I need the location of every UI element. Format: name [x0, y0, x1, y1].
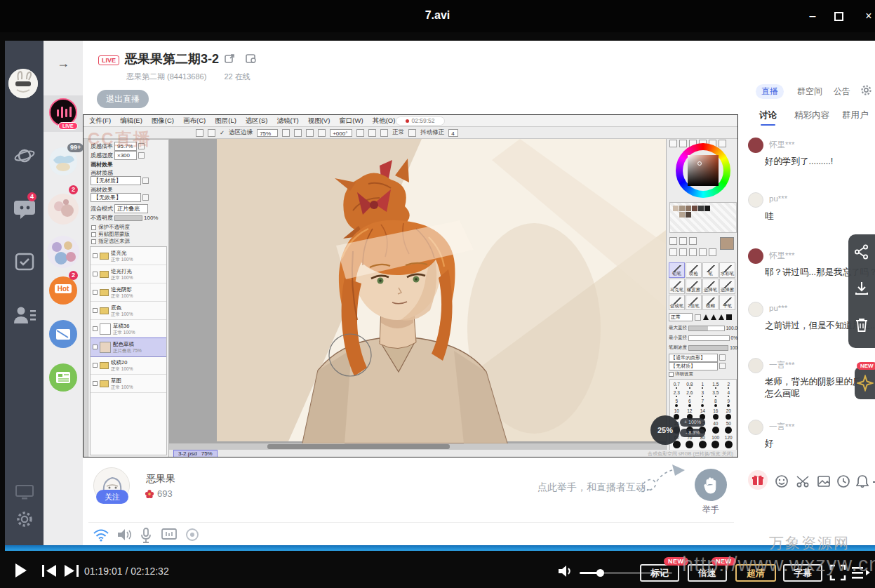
blend-dropdown[interactable]: 正片叠底 [114, 204, 148, 213]
detail-checkbox[interactable] [669, 372, 674, 377]
play-button[interactable] [15, 563, 27, 577]
image-icon[interactable] [817, 474, 831, 488]
menu-other[interactable]: 其他(O) [373, 116, 396, 126]
brush-size-cell[interactable]: 1 [696, 381, 709, 389]
saturation-value-picker[interactable] [688, 155, 719, 186]
menu-edit[interactable]: 编辑(E) [120, 116, 142, 126]
brush-cell[interactable]: 选择擦 [719, 279, 735, 294]
settings-gear-icon[interactable] [5, 509, 44, 532]
spin-icon[interactable] [142, 178, 149, 184]
trash-icon[interactable] [855, 317, 869, 333]
zoom-btn-icon[interactable] [294, 129, 302, 137]
record-icon[interactable] [185, 528, 199, 542]
menu-file[interactable]: 文件(F) [89, 116, 111, 126]
rotate-btn-icon[interactable] [368, 129, 376, 137]
subtab-members[interactable]: 群用户 [842, 109, 869, 121]
brush-texture-dropdown[interactable]: 【无材质】 [669, 362, 718, 370]
chat-settings-gear-icon[interactable] [860, 84, 872, 96]
conversation-avatar-mail[interactable] [49, 320, 77, 348]
brush-cell[interactable]: 平笔 [719, 295, 735, 310]
tab-announcement[interactable]: 公告 [834, 86, 850, 98]
screen-share-icon[interactable] [161, 528, 177, 542]
brush-cell[interactable]: 笔 [702, 262, 719, 278]
paint-canvas[interactable] [169, 139, 666, 443]
conversation-avatar-4[interactable] [47, 236, 79, 268]
share-icon[interactable] [854, 244, 869, 260]
emoji-icon[interactable] [775, 474, 789, 488]
brush-cell[interactable]: 2值笔 [686, 295, 702, 310]
stabilizer-value[interactable]: 4 [448, 129, 458, 137]
chat-avatar[interactable] [748, 302, 763, 317]
brush-size-cell[interactable]: 5 [670, 398, 683, 408]
clock-icon[interactable] [836, 474, 850, 488]
brush-size-cell[interactable]: 0.8 [683, 381, 697, 389]
layer-row[interactable]: 草图正常 100% [91, 375, 166, 393]
mark-button[interactable]: 标记 [640, 564, 679, 582]
canvas-zoom-indicator[interactable]: 25% [650, 415, 680, 445]
brush-size-cell[interactable]: 8 [709, 398, 723, 408]
wifi-icon[interactable] [93, 528, 109, 542]
layer-visible-checkbox[interactable] [93, 363, 98, 368]
brush-cell[interactable]: 合成笔 [669, 295, 685, 310]
layer-row[interactable]: 草稿36正常 100% [91, 320, 166, 338]
messages-icon[interactable]: 4 [5, 196, 44, 223]
max-diameter-slider[interactable] [688, 326, 725, 331]
brush-size-cell[interactable]: 50 [722, 420, 735, 434]
layer-visible-checkbox[interactable] [93, 290, 98, 295]
brush-size-cell[interactable]: 6 [683, 398, 697, 408]
selection-tool-icons[interactable] [669, 237, 697, 245]
checkbox-icon[interactable] [91, 239, 96, 244]
chat-avatar[interactable] [748, 420, 763, 435]
download-icon[interactable] [854, 281, 869, 296]
density-slider[interactable] [688, 345, 728, 351]
layer-visible-checkbox[interactable] [93, 308, 98, 313]
layer-visible-checkbox[interactable] [93, 253, 98, 258]
screen-share-area[interactable]: 文件(F) 编辑(E) 图像(C) 画布(C) 图层(L) 选区(S) 滤镜(T… [83, 114, 738, 457]
spin-icon[interactable] [142, 194, 149, 201]
brush-size-cell[interactable]: 4 [722, 389, 735, 398]
menu-window[interactable]: 窗口(W) [339, 116, 363, 126]
gift-button[interactable] [748, 470, 768, 490]
chat-avatar[interactable] [748, 138, 763, 153]
checkbox-icon[interactable] [91, 225, 96, 230]
prev-frame-button[interactable] [41, 565, 58, 577]
minimize-icon[interactable]: – [806, 10, 820, 22]
brush-cell[interactable]: 模糊 [702, 295, 719, 310]
menu-layer[interactable]: 图层(L) [215, 116, 236, 126]
pin-tool-button[interactable] [855, 367, 875, 399]
color-wheel[interactable] [676, 143, 730, 198]
swatch-palette[interactable] [669, 202, 737, 233]
menu-filter[interactable]: 滤镜(T) [277, 116, 299, 126]
chat-avatar[interactable] [748, 248, 763, 264]
next-frame-button[interactable] [63, 565, 80, 577]
subtab-discussion[interactable]: 讨论 [759, 109, 777, 121]
speaker-icon[interactable] [116, 528, 132, 542]
layer-visible-checkbox[interactable] [93, 345, 98, 349]
toolbar-box-icon[interactable] [208, 129, 215, 137]
layer-visible-checkbox[interactable] [93, 326, 98, 331]
bell-icon[interactable] [856, 474, 869, 488]
angle-input[interactable]: +000° [330, 129, 352, 137]
tab-group-space[interactable]: 群空间 [797, 86, 822, 98]
maximize-icon[interactable] [834, 12, 843, 21]
menu-image[interactable]: 图像(C) [152, 116, 174, 126]
zoom-btn-icon[interactable] [306, 129, 314, 137]
zoom-btn-icon[interactable] [282, 129, 290, 137]
brush-shape-dropdown[interactable]: 【通常的圆形】 [669, 354, 718, 362]
brush-cell[interactable]: 马克笔 [669, 279, 685, 294]
zoom-out-pill[interactable]: - 8.3% [680, 429, 705, 437]
brush-size-cell[interactable]: 100 [709, 434, 723, 449]
video-frame[interactable]: 4 → LIVE [0, 32, 875, 553]
rotate-btn-icon[interactable] [380, 129, 388, 137]
brush-shape-icon[interactable] [711, 314, 716, 320]
brush-size-cell[interactable]: 1.5 [709, 381, 723, 389]
workbench-icon[interactable] [5, 484, 44, 504]
brush-cell[interactable]: 选择笔 [702, 279, 719, 294]
zoom-in-pill[interactable]: + 100% [680, 418, 705, 427]
chat-avatar[interactable] [748, 192, 763, 208]
mic-icon[interactable] [140, 528, 152, 543]
brush-size-cell[interactable]: 20 [722, 408, 735, 420]
open-file-tab[interactable]: 3-2.psd 75% [173, 450, 218, 457]
open-external-icon[interactable] [225, 53, 235, 67]
toolbar-box-icon[interactable] [196, 129, 203, 137]
